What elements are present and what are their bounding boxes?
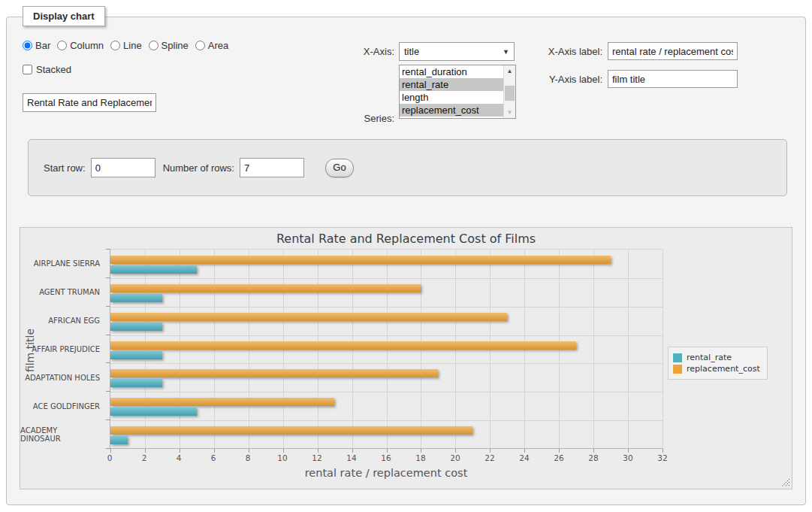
stacked-option[interactable]: Stacked — [23, 64, 71, 75]
start-row-input[interactable] — [91, 158, 155, 177]
chart-type-option-bar[interactable]: Bar — [23, 40, 50, 51]
x-axis-tick — [421, 449, 421, 453]
legend-label: replacement_cost — [687, 364, 760, 374]
category-label: AIRPLANE SIERRA — [20, 249, 104, 277]
chart-type-label: Bar — [35, 40, 50, 51]
stacked-checkbox[interactable] — [23, 65, 32, 74]
x-axis-tick — [455, 449, 456, 453]
start-row-label: Start row: — [44, 162, 86, 174]
row-controls-panel: Start row: Number of rows: Go — [28, 139, 787, 196]
legend-swatch — [673, 353, 682, 362]
category-label: ACADEMY DINOSAUR — [20, 420, 104, 449]
stacked-label: Stacked — [36, 64, 71, 75]
x-axis-tick — [214, 449, 215, 453]
x-axis-tick — [628, 449, 629, 453]
bar-replacement_cost — [110, 256, 611, 264]
chart-legend: rental_ratereplacement_cost — [668, 347, 768, 380]
x-tick-label: 2 — [142, 453, 147, 462]
x-axis-tick — [387, 449, 388, 453]
bar-replacement_cost — [110, 313, 507, 321]
category-label: AFRICAN EGG — [20, 306, 104, 335]
series-option-replacement_cost[interactable]: replacement_cost — [400, 104, 503, 117]
x-axis-tick — [559, 449, 560, 453]
series-option-length[interactable]: length — [400, 91, 503, 104]
bar-replacement_cost — [110, 284, 421, 292]
legend-item-replacement_cost[interactable]: replacement_cost — [673, 364, 760, 374]
gridline-vertical — [663, 250, 663, 449]
chart-x-axis-title: rental rate / replacement cost — [110, 467, 663, 479]
x-axis-select-label: X-Axis: — [322, 42, 394, 61]
chart-type-radio-area[interactable] — [195, 41, 205, 50]
chart-type-option-line[interactable]: Line — [110, 40, 142, 51]
category-label: ADAPTATION HOLES — [20, 363, 104, 392]
chart-type-option-spline[interactable]: Spline — [149, 40, 189, 51]
go-button[interactable]: Go — [325, 159, 354, 177]
scroll-down-icon[interactable]: ▼ — [504, 107, 515, 118]
legend-swatch — [673, 365, 682, 374]
x-axis-tick — [524, 449, 525, 453]
num-rows-input[interactable] — [240, 158, 304, 177]
chart-type-options: BarColumnLineSplineArea — [23, 40, 235, 51]
x-tick-label: 10 — [277, 453, 287, 462]
chart-type-option-area[interactable]: Area — [195, 40, 228, 51]
bar-replacement_cost — [110, 426, 472, 435]
x-axis-tick — [352, 449, 353, 453]
panel-legend: Display chart — [23, 6, 105, 26]
chart-type-radio-line[interactable] — [110, 41, 120, 50]
bar-replacement_cost — [110, 341, 576, 350]
chart-row-african-egg — [110, 307, 663, 335]
x-axis-tick — [145, 449, 146, 453]
x-tick-label: 30 — [623, 453, 632, 462]
num-rows-label: Number of rows: — [163, 162, 234, 174]
chart-type-label: Spline — [161, 40, 189, 51]
bar-rental_rate — [110, 379, 162, 387]
x-axis-tick — [249, 449, 249, 453]
chart-row-adaptation-holes — [110, 363, 663, 392]
category-label: AFFAIR PREJUDICE — [20, 335, 104, 363]
x-tick-label: 0 — [107, 453, 113, 462]
chart-x-tick-labels: 02468101214161820222426283032 — [110, 453, 663, 464]
x-axis-tick — [490, 449, 491, 453]
chart-row-agent-truman — [110, 278, 663, 307]
chart-type-label: Area — [208, 40, 228, 51]
bar-rental_rate — [110, 351, 162, 359]
x-tick-label: 32 — [657, 453, 667, 462]
x-axis-tick — [180, 449, 180, 453]
series-listbox-label: Series: — [322, 109, 394, 128]
x-tick-label: 28 — [588, 453, 598, 462]
resize-handle-icon[interactable] — [781, 478, 790, 487]
chart-type-label: Line — [123, 40, 142, 51]
x-axis-label-input[interactable] — [608, 42, 738, 60]
chart-category-labels: AIRPLANE SIERRAAGENT TRUMANAFRICAN EGGAF… — [20, 249, 104, 449]
x-tick-label: 4 — [177, 453, 182, 462]
x-axis-tick — [593, 449, 594, 453]
x-tick-label: 6 — [211, 453, 216, 462]
chart-type-radio-bar[interactable] — [23, 41, 32, 50]
chart-row-academy-dinosaur — [110, 420, 663, 449]
display-chart-panel: Display chart BarColumnLineSplineArea St… — [6, 17, 806, 505]
chart-type-label: Column — [70, 40, 104, 51]
x-tick-label: 16 — [381, 453, 391, 462]
bar-replacement_cost — [110, 398, 334, 406]
legend-item-rental_rate[interactable]: rental_rate — [673, 353, 760, 362]
x-axis-tick — [110, 449, 111, 453]
x-tick-label: 18 — [415, 453, 425, 462]
chart-row-airplane-sierra — [110, 250, 663, 278]
y-axis-label-input[interactable] — [608, 70, 738, 88]
chart-type-radio-column[interactable] — [57, 41, 67, 50]
category-label: AGENT TRUMAN — [20, 277, 104, 306]
chart-title-input[interactable] — [23, 93, 156, 112]
chart-container: Rental Rate and Replacement Cost of Film… — [20, 227, 792, 489]
x-tick-label: 22 — [484, 453, 494, 462]
bar-rental_rate — [110, 265, 197, 274]
y-axis-label-label: Y-Axis label: — [486, 70, 602, 89]
x-axis-tick — [663, 449, 663, 453]
x-axis-tick — [283, 449, 284, 453]
x-axis-label-label: X-Axis label: — [486, 42, 602, 61]
chart-type-option-column[interactable]: Column — [57, 40, 104, 51]
bar-rental_rate — [110, 436, 128, 444]
x-tick-label: 20 — [450, 453, 460, 462]
chart-type-radio-spline[interactable] — [149, 41, 158, 50]
chart-row-affair-prejudice — [110, 335, 663, 364]
chart-title: Rental Rate and Replacement Cost of Film… — [20, 232, 792, 246]
